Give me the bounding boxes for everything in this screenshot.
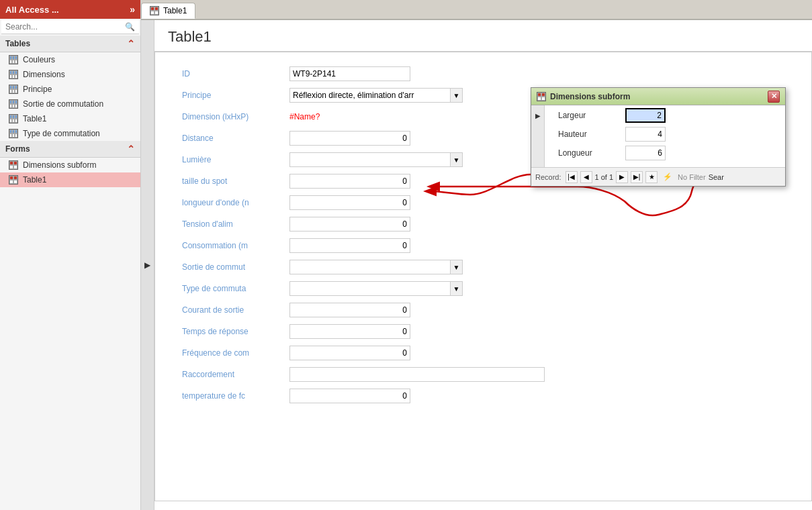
form-nav-arrow[interactable]: ▶ [141, 20, 154, 510]
type-select-container: ▼ [289, 281, 463, 296]
table-icon-type [8, 128, 19, 139]
table-icon-sortie [8, 99, 19, 109]
subform-row-largeur: Largeur [558, 108, 666, 123]
subform-label-longueur: Longueur [558, 148, 625, 158]
subform-row-hauteur: Hauteur [558, 127, 666, 142]
subform-input-largeur[interactable] [625, 108, 666, 123]
form-row-conso: Consommation (m [182, 238, 798, 254]
label-id: ID [182, 69, 289, 79]
subform-row-arrow: ▶ [535, 112, 541, 119]
label-conso: Consommation (m [182, 241, 289, 250]
sidebar-label-dimensions-subform: Dimensions subform [23, 160, 96, 170]
sidebar-collapse-icon[interactable]: » [130, 4, 135, 15]
sidebar-item-sortie[interactable]: Sortie de commutation [0, 97, 140, 111]
sidebar-search-container: 🔍 [1, 20, 139, 34]
search-icon[interactable]: 🔍 [121, 20, 139, 34]
form-row-raccordement: Raccordement [182, 366, 798, 382]
sidebar-item-dimensions-subform[interactable]: Dimensions subform [0, 158, 140, 172]
input-principe[interactable] [289, 88, 451, 103]
input-type[interactable] [289, 281, 451, 296]
subform-fields: Largeur Hauteur Longueur [545, 105, 668, 167]
sidebar-label-dimensions: Dimensions [23, 70, 65, 79]
sortie-select-container: ▼ [289, 260, 463, 274]
input-longueur[interactable] [289, 195, 410, 210]
input-temps[interactable] [289, 324, 410, 339]
input-sortie[interactable] [289, 260, 451, 274]
tables-section-header: Tables ⌃ [0, 36, 140, 52]
form-row-tension: Tension d'alim [182, 216, 798, 232]
subform-nav-new[interactable]: ★ [645, 171, 658, 183]
sidebar-item-form-table1[interactable]: Table1 [0, 172, 140, 187]
type-dropdown-btn[interactable]: ▼ [451, 281, 463, 296]
table-icon-couleurs [8, 54, 19, 65]
sidebar-label-form-table1: Table1 [23, 175, 46, 185]
sidebar-item-couleurs[interactable]: Couleurs [0, 52, 140, 67]
forms-collapse-icon[interactable]: ⌃ [127, 144, 135, 154]
subform-nav-record-text: 1 of 1 [595, 173, 614, 181]
label-longueur: longueur d'onde (n [182, 198, 289, 207]
input-tension[interactable] [289, 217, 410, 232]
subform-label-largeur: Largeur [558, 111, 625, 120]
subform-nav-filter: ⚡ [663, 172, 672, 181]
sidebar-label-type: Type de commutation [23, 129, 100, 138]
subform-nav-prev[interactable]: ◀ [580, 171, 592, 183]
principe-dropdown-btn[interactable]: ▼ [451, 88, 463, 103]
label-temps: Temps de réponse [182, 327, 289, 336]
input-taille[interactable] [289, 174, 410, 189]
input-conso[interactable] [289, 238, 410, 253]
forms-section-label: Forms [5, 144, 30, 154]
sortie-dropdown-btn[interactable]: ▼ [451, 260, 463, 274]
subform-nav-last[interactable]: ▶| [631, 171, 643, 183]
form-icon-dimensions-subform [8, 160, 19, 170]
subform-nav-first[interactable]: |◀ [566, 171, 578, 183]
label-distance: Distance [182, 134, 289, 143]
sidebar-item-table1[interactable]: Table1 [0, 111, 140, 126]
subform-nav-filter-text: No Filter [678, 173, 706, 181]
sidebar: All Access ... » 🔍 Tables ⌃ Couleurs Dim… [0, 0, 141, 510]
form-row-id: ID [182, 66, 798, 82]
form-row-temperature: temperature de fc [182, 388, 798, 404]
sidebar-title: All Access ... [5, 5, 59, 15]
label-tension: Tension d'alim [182, 219, 289, 229]
sidebar-item-dimensions[interactable]: Dimensions [0, 67, 140, 82]
tab-table1-label: Table1 [163, 6, 187, 15]
form-row-type: Type de commuta ▼ [182, 280, 798, 297]
tables-collapse-icon[interactable]: ⌃ [127, 38, 135, 49]
subform-title-text: Dimensions subform [550, 92, 630, 101]
input-frequence[interactable] [289, 346, 410, 360]
subform-titlebar-left: Dimensions subform [537, 92, 630, 101]
sidebar-label-couleurs: Couleurs [23, 55, 55, 64]
form-title: Table1 [154, 20, 812, 52]
form-row-sortie: Sortie de commut ▼ [182, 259, 798, 275]
tab-table1[interactable]: Table1 [141, 3, 195, 19]
label-taille: taille du spot [182, 176, 289, 186]
subform-input-longueur[interactable] [625, 146, 666, 160]
input-id[interactable] [289, 66, 410, 81]
subform-input-hauteur[interactable] [625, 127, 666, 142]
subform-close-button[interactable]: ✕ [768, 91, 780, 103]
input-distance[interactable] [289, 131, 410, 146]
input-raccordement[interactable] [289, 367, 545, 382]
sidebar-item-type[interactable]: Type de commutation [0, 126, 140, 141]
subform-nav-next[interactable]: ▶ [616, 171, 628, 183]
lumiere-dropdown-btn[interactable]: ▼ [451, 152, 463, 167]
tab-bar: Table1 [141, 0, 812, 20]
label-sortie: Sortie de commut [182, 262, 289, 272]
label-dimension: Dimension (lxHxP) [182, 112, 289, 121]
subform-label-hauteur: Hauteur [558, 130, 625, 139]
subform-popup: Dimensions subform ✕ ▶ Largeur Hau [531, 87, 786, 187]
label-type: Type de commuta [182, 284, 289, 293]
form-row-frequence: Fréquence de com [182, 345, 798, 361]
label-frequence: Fréquence de com [182, 348, 289, 358]
sidebar-label-sortie: Sortie de commutation [23, 99, 103, 109]
input-temperature[interactable] [289, 389, 410, 403]
form-area: ▶ Table1 ID [141, 20, 812, 510]
input-courant[interactable] [289, 303, 410, 317]
sidebar-label-principe: Principe [23, 85, 52, 94]
form-row-longueur: longueur d'onde (n [182, 195, 798, 211]
form-icon-table1 [8, 174, 19, 185]
input-lumiere[interactable] [289, 152, 451, 167]
sidebar-item-principe[interactable]: Principe [0, 82, 140, 97]
search-input[interactable] [1, 20, 121, 34]
tables-section-label: Tables [5, 39, 30, 48]
